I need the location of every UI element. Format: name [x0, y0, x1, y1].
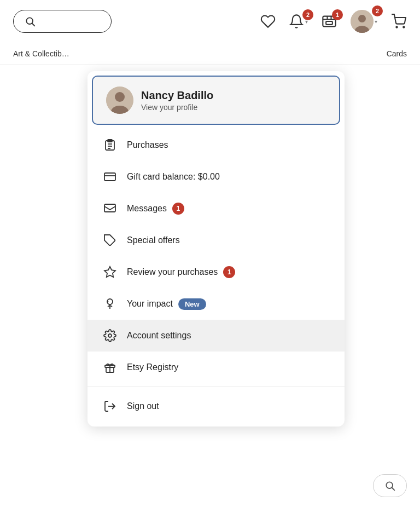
profile-header[interactable]: Nancy Badillo View your profile — [92, 76, 340, 125]
header: 2 ▾ 1 2 ▾ — [0, 0, 420, 43]
profile-avatar-wrap[interactable]: 2 ▾ — [351, 10, 377, 33]
menu-item-account-settings[interactable]: Account settings — [88, 320, 345, 352]
menu-item-your-impact[interactable]: Your impact New — [88, 288, 345, 320]
bottom-search-bar[interactable] — [373, 474, 407, 497]
menu-item-purchases[interactable]: Purchases — [88, 129, 345, 161]
user-dropdown: Nancy Badillo View your profile Purchase… — [88, 71, 345, 427]
star-icon — [103, 265, 117, 279]
menu-item-review-purchases[interactable]: Review your purchases 1 — [88, 256, 345, 288]
profile-name: Nancy Badillo — [141, 89, 213, 102]
inbox-badge: 1 — [332, 9, 343, 20]
review-purchases-badge: 1 — [223, 266, 235, 278]
heart-icon — [260, 14, 276, 29]
nav-item-art[interactable]: Art & Collectib… — [13, 43, 69, 65]
svg-rect-17 — [104, 173, 115, 181]
menu-item-gift-card[interactable]: Gift card balance: $0.00 — [88, 161, 345, 193]
your-impact-label: Your impact New — [127, 298, 206, 310]
new-badge: New — [178, 298, 206, 310]
etsy-registry-label: Etsy Registry — [127, 362, 178, 372]
svg-point-25 — [108, 334, 112, 337]
menu-item-special-offers[interactable]: Special offers — [88, 224, 345, 256]
nav-bar: Art & Collectib… Cards — [0, 43, 420, 65]
gift-icon — [103, 360, 117, 375]
gift-card-label: Gift card balance: $0.00 — [127, 172, 220, 182]
svg-point-5 — [358, 15, 366, 22]
special-offers-label: Special offers — [127, 235, 180, 245]
cart-icon-wrap[interactable] — [390, 14, 407, 29]
review-purchases-label: Review your purchases 1 — [127, 266, 235, 278]
inbox-icon-wrap[interactable]: 1 — [321, 14, 337, 29]
profile-info: Nancy Badillo View your profile — [141, 89, 213, 112]
menu-item-messages[interactable]: Messages 1 — [88, 193, 345, 224]
gear-icon — [103, 329, 117, 343]
svg-rect-3 — [326, 21, 332, 25]
messages-label: Messages 1 — [127, 203, 184, 215]
header-icons: 2 ▾ 1 2 ▾ — [260, 10, 407, 33]
sign-out-icon — [103, 399, 117, 413]
search-icon — [25, 16, 36, 27]
purchases-label: Purchases — [127, 140, 168, 150]
svg-rect-19 — [104, 204, 115, 212]
cart-icon — [390, 14, 407, 29]
bottom-search-icon — [384, 480, 395, 491]
account-settings-label: Account settings — [127, 331, 191, 341]
leaf-icon — [103, 297, 117, 311]
profile-chevron: ▾ — [375, 19, 377, 25]
avatar-person-icon — [351, 10, 374, 33]
credit-card-icon — [103, 170, 117, 184]
profile-subtitle: View your profile — [141, 103, 213, 112]
clipboard-icon — [103, 138, 117, 152]
profile-badge: 2 — [372, 5, 383, 16]
menu-divider — [88, 387, 345, 387]
notifications-icon-wrap[interactable]: 2 ▾ — [289, 14, 308, 29]
nav-item-cards[interactable]: Cards — [387, 43, 407, 65]
menu-item-sign-out[interactable]: Sign out — [88, 390, 345, 422]
svg-line-1 — [32, 24, 35, 26]
svg-point-8 — [403, 26, 404, 27]
search-bar[interactable] — [13, 10, 112, 33]
notifications-badge: 2 — [302, 9, 313, 20]
tag-icon — [103, 233, 117, 247]
wishlist-icon-wrap[interactable] — [260, 14, 276, 29]
avatar — [351, 10, 374, 33]
svg-line-31 — [392, 488, 395, 491]
profile-avatar-large — [106, 87, 133, 114]
svg-marker-21 — [104, 267, 115, 277]
svg-point-24 — [108, 302, 108, 302]
sign-out-label: Sign out — [127, 401, 159, 411]
svg-point-7 — [396, 26, 397, 27]
svg-point-10 — [115, 92, 125, 102]
message-icon — [103, 201, 117, 216]
menu-item-etsy-registry[interactable]: Etsy Registry — [88, 352, 345, 383]
messages-badge: 1 — [172, 203, 184, 215]
bell-icon — [289, 14, 304, 29]
avatar-large-icon — [106, 87, 133, 114]
